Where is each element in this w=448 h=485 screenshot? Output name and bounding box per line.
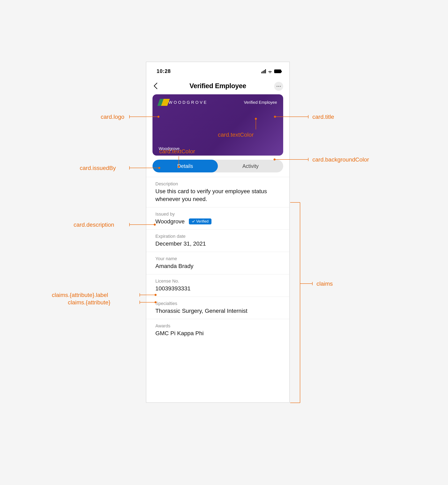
tab-details[interactable]: Details [152, 160, 218, 172]
annotation-card-description: card.description [73, 222, 114, 228]
dot-textcolor-2 [178, 166, 180, 168]
name-label: Your name [155, 256, 280, 262]
dot-logo [157, 116, 160, 118]
verified-badge: Verified [189, 218, 211, 224]
detail-description: Description Use this card to verify your… [146, 177, 289, 207]
detail-license: License No. 10039393331 [146, 274, 289, 297]
nav-bar: Verified Employee [146, 78, 289, 94]
segmented-control: Details Activity [152, 160, 283, 172]
dot-description [154, 223, 156, 226]
card-logo: WOODGROVE [159, 99, 208, 106]
wifi-icon [268, 69, 272, 74]
issued-by-value: Woodgrove [155, 218, 185, 225]
annotation-claim-value: claims.{attribute} [68, 300, 110, 305]
annotation-card-textcolor-1: card.textColor [218, 132, 254, 138]
status-bar: 10:28 [146, 62, 289, 78]
dot-issuedby [158, 167, 160, 169]
phone-frame: 10:28 Verified Employee WOODGROVE [146, 62, 290, 403]
tab-activity[interactable]: Activity [218, 160, 283, 172]
detail-name: Your name Amanda Brady [146, 252, 289, 274]
more-button[interactable] [274, 82, 283, 91]
detail-specialties: Specialties Thorassic Surgery, General I… [146, 297, 289, 319]
license-label: License No. [155, 278, 280, 284]
logo-icon [159, 99, 169, 106]
detail-issued-by: Issued by Woodgrove Verified [146, 207, 289, 230]
specialties-value: Thorassic Surgery, General Internist [155, 307, 280, 315]
verified-badge-label: Verified [196, 219, 208, 223]
dot-bg [273, 159, 276, 160]
card-title: Verified Employee [244, 100, 277, 105]
annotation-claims: claims [316, 281, 333, 287]
dot-claim-value [154, 301, 157, 303]
awards-value: GMC Pi Kappa Phi [155, 329, 280, 337]
detail-awards: Awards GMC Pi Kappa Phi [146, 319, 289, 341]
check-icon [192, 220, 195, 223]
dot-title [274, 116, 276, 118]
expiration-label: Expiration date [155, 234, 280, 239]
license-value: 10039393331 [155, 285, 280, 293]
dot-claim-label [154, 294, 157, 296]
description-label: Description [155, 181, 280, 187]
annotation-card-textcolor-2: card.textColor [159, 149, 195, 154]
name-value: Amanda Brady [155, 262, 280, 270]
credential-card: WOODGROVE Verified Employee Woodgrove [152, 94, 283, 156]
annotation-card-logo: card.logo [101, 114, 124, 120]
battery-icon [274, 70, 281, 73]
back-button[interactable] [153, 82, 158, 90]
cellular-icon [261, 69, 266, 73]
dot-textcolor-1 [255, 118, 257, 120]
specialties-label: Specialties [155, 301, 280, 306]
status-time: 10:28 [157, 68, 171, 74]
expiration-value: December 31, 2021 [155, 240, 280, 248]
annotation-card-title: card.title [312, 114, 334, 120]
description-value: Use this card to verify your employee st… [155, 187, 280, 203]
details-list: Description Use this card to verify your… [146, 177, 289, 341]
annotation-claim-label: claims.{attribute}.label [52, 292, 108, 298]
page-title: Verified Employee [190, 82, 246, 90]
status-icons [261, 69, 281, 74]
awards-label: Awards [155, 323, 280, 329]
card-logo-text: WOODGROVE [168, 100, 208, 105]
detail-expiration: Expiration date December 31, 2021 [146, 230, 289, 252]
issued-by-label: Issued by [155, 211, 280, 217]
annotation-card-issuedby: card.issuedBy [80, 165, 116, 171]
annotation-card-bg: card.backgroundColor [312, 157, 369, 163]
